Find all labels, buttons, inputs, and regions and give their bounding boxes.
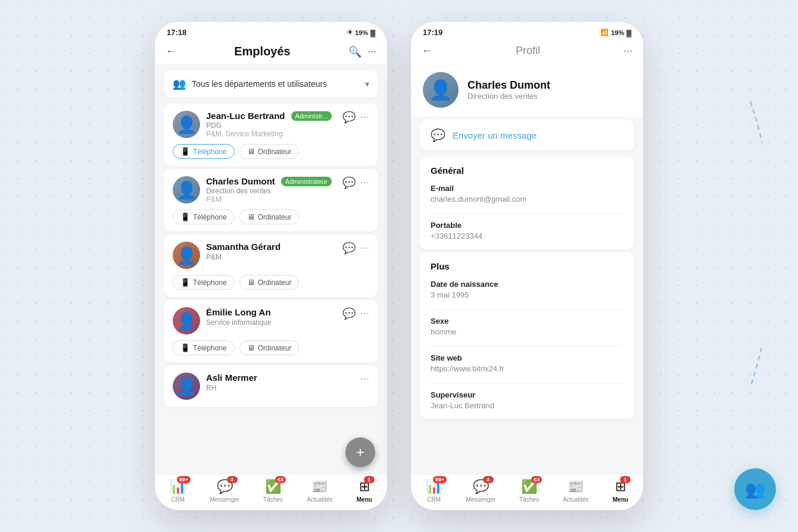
employee-sub-jean-luc: P&M, Service Marketing — [206, 130, 336, 138]
more-icon-charles[interactable]: ··· — [360, 176, 369, 189]
airplane-icon: ✈ — [347, 29, 353, 36]
computer-tag-icon: 🖥 — [247, 147, 255, 156]
nav-crm-right[interactable]: 📊 99+ CRM — [426, 479, 442, 503]
phone-tag-label2: Téléphone — [193, 213, 227, 221]
more-icon-jean-luc[interactable]: ··· — [360, 111, 369, 123]
employee-role-charles: Direction des ventes — [206, 187, 336, 195]
left-back-button[interactable]: ← — [166, 45, 176, 58]
left-back-icon: ← — [166, 45, 176, 58]
computer-tag-label3: Ordinateur — [258, 278, 292, 287]
device-tags-samantha: 📱 Téléphone 🖥 Ordinateur — [173, 275, 369, 290]
email-value: charles.dumont@gmail.com — [431, 195, 624, 204]
menu-badge-left: 1 — [364, 476, 375, 483]
left-phone: 17:18 ✈ 19% ▓ ← Employés 🔍 ··· 👥 Tous l — [155, 22, 387, 510]
computer-tag-icon2: 🖥 — [247, 212, 255, 221]
message-icon: 💬 — [431, 128, 445, 142]
crm-badge-right: 99+ — [433, 476, 447, 483]
divider2 — [431, 309, 624, 309]
employee-card-charles: 👤 Charles Dumont Administrateur Directio… — [164, 169, 378, 231]
add-employee-button[interactable]: + — [345, 437, 375, 467]
left-nav-icons: 🔍 ··· — [348, 45, 376, 58]
admin-badge-charles: Administrateur — [281, 177, 332, 186]
employee-role-samantha: P&M — [206, 253, 336, 261]
more-icon-emilie[interactable]: ··· — [360, 307, 369, 320]
action-icons-jean-luc: 💬 ··· — [342, 111, 369, 124]
chat-icon-emilie[interactable]: 💬 — [342, 307, 356, 320]
battery-bar-icon: ▓ — [370, 29, 375, 36]
gender-field: Sexe homme — [431, 317, 624, 336]
phone-tag-jean-luc[interactable]: 📱 Téléphone — [173, 144, 235, 159]
menu-icon-right: ⊞ 1 — [615, 479, 626, 495]
phone-tag-emilie[interactable]: 📱 Téléphone — [173, 340, 235, 355]
phone-tag-samantha[interactable]: 📱 Téléphone — [173, 275, 235, 290]
employee-info-jean-luc: Jean-Luc Bertrand Administr... PDG P&M, … — [206, 111, 336, 138]
messenger-label-right: Messenger — [466, 496, 495, 503]
phone-tag-icon2: 📱 — [180, 212, 190, 221]
birthdate-value: 3 mai 1995 — [431, 290, 624, 299]
phone-tag-icon3: 📱 — [180, 278, 190, 287]
profile-dept: Direction des ventes — [467, 92, 550, 101]
profile-header: 👤 Charles Dumont Direction des ventes — [411, 63, 643, 117]
employee-role-emilie: Service informatique — [206, 318, 336, 327]
plus-section-title: Plus — [431, 261, 624, 271]
nav-menu-left[interactable]: ⊞ 1 Menu — [357, 479, 372, 503]
chevron-down-icon: ▾ — [365, 79, 369, 89]
messenger-icon-right: 💬 4 — [473, 479, 489, 495]
computer-tag-icon4: 🖥 — [247, 343, 255, 352]
nav-messenger-left[interactable]: 💬 4 Messenger — [210, 479, 239, 503]
computer-tag-jean-luc[interactable]: 🖥 Ordinateur — [239, 144, 300, 159]
taches-icon-left: ✅ 63 — [265, 479, 281, 495]
taches-badge-right: 63 — [531, 476, 542, 483]
chat-icon-samantha[interactable]: 💬 — [342, 242, 356, 255]
computer-tag-samantha[interactable]: 🖥 Ordinateur — [239, 275, 300, 290]
left-time: 17:18 — [167, 28, 186, 37]
computer-tag-charles[interactable]: 🖥 Ordinateur — [239, 209, 300, 224]
nav-actualites-right[interactable]: 📰 Actualités — [563, 479, 588, 503]
dept-label: Tous les départements et utilisateurs — [192, 79, 359, 89]
menu-label-left: Menu — [357, 496, 372, 503]
gender-label: Sexe — [431, 317, 624, 326]
right-status-bar: 17:19 📶 19% ▓ — [411, 22, 643, 40]
chat-icon-charles[interactable]: 💬 — [342, 176, 356, 189]
left-scroll-content: 👥 Tous les départements et utilisateurs … — [155, 64, 387, 474]
nav-taches-right[interactable]: ✅ 63 Tâches — [519, 479, 539, 503]
taches-badge-left: 63 — [275, 476, 286, 483]
floating-group-button[interactable]: 👥 — [734, 468, 776, 510]
chat-icon-jean-luc[interactable]: 💬 — [342, 111, 356, 124]
send-message-button[interactable]: 💬 Envoyer un message — [420, 120, 634, 151]
right-phone: 17:19 📶 19% ▓ ← Profil ··· 👤 Charles Dum — [411, 22, 643, 510]
supervisor-label: Superviseur — [431, 390, 624, 399]
crm-icon-left: 📊 99+ — [170, 479, 186, 495]
action-icons-samantha: 💬 ··· — [342, 242, 369, 255]
phone-tag-label4: Téléphone — [193, 344, 227, 352]
computer-tag-emilie[interactable]: 🖥 Ordinateur — [239, 340, 300, 355]
actualites-icon-left: 📰 — [311, 479, 328, 495]
nav-actualites-left[interactable]: 📰 Actualités — [307, 479, 332, 503]
profile-name: Charles Dumont — [467, 79, 550, 92]
employee-info-charles: Charles Dumont Administrateur Direction … — [206, 176, 336, 204]
crm-badge-left: 99+ — [177, 476, 191, 483]
nav-messenger-right[interactable]: 💬 4 Messenger — [466, 479, 495, 503]
phone-tag-charles[interactable]: 📱 Téléphone — [173, 209, 235, 224]
nav-crm-left[interactable]: 📊 99+ CRM — [170, 479, 186, 503]
menu-label-right: Menu — [613, 496, 628, 503]
dept-selector[interactable]: 👥 Tous les départements et utilisateurs … — [164, 70, 378, 98]
more-icon-asli[interactable]: ··· — [360, 373, 369, 385]
portable-label: Portable — [431, 221, 624, 230]
actualites-label-right: Actualités — [563, 496, 588, 503]
right-back-button[interactable]: ← — [422, 45, 432, 57]
avatar-samantha: 👤 — [173, 242, 200, 269]
gender-value: homme — [431, 327, 624, 336]
more-icon-samantha[interactable]: ··· — [360, 242, 369, 254]
email-field: E-mail charles.dumont@gmail.com — [431, 184, 624, 204]
search-button[interactable]: 🔍 — [348, 45, 361, 58]
portable-value: +33611223344 — [431, 231, 624, 240]
right-battery-bar-icon: ▓ — [626, 29, 631, 36]
nav-taches-left[interactable]: ✅ 63 Tâches — [263, 479, 283, 503]
more-button[interactable]: ··· — [367, 45, 376, 58]
crm-label-left: CRM — [171, 496, 185, 503]
profile-avatar: 👤 — [423, 72, 459, 108]
right-more-button[interactable]: ··· — [624, 45, 632, 57]
computer-tag-label4: Ordinateur — [258, 344, 292, 352]
nav-menu-right[interactable]: ⊞ 1 Menu — [613, 479, 628, 503]
